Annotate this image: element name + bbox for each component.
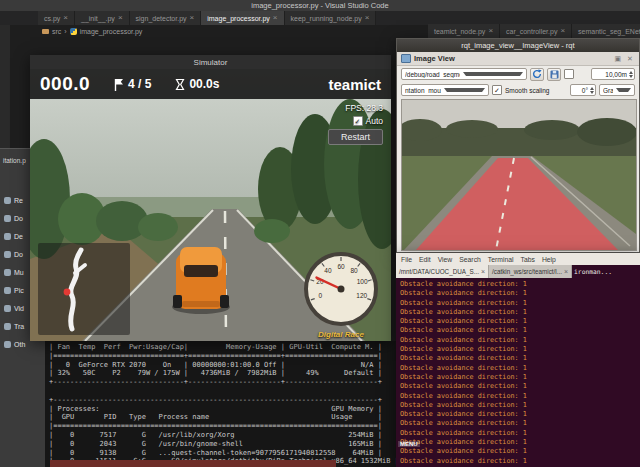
checkpoint-count: 4 / 5 [128,77,151,91]
terminal-line: Obstacle avoidance direction: 1 [400,308,640,317]
rotation-spinner[interactable]: 0° [570,84,596,96]
breadcrumb-file[interactable]: image_processor.py [80,28,143,35]
tab-car-controller-py[interactable]: car_controller.py × [500,24,572,38]
nvidia-smi-terminal[interactable]: | Fan Temp Perf Pwr:Usage/Cap| Memory-Us… [45,341,396,467]
tab-keep-running-node-py[interactable]: keep_running_node.py × [285,11,377,25]
tabbar-spacer [0,11,38,25]
close-icon[interactable]: × [118,14,123,22]
speedometer: 0 20 40 60 80 100 120 Digital Race [295,249,387,339]
terminal-line: +---------------------------------------… [49,396,396,405]
refresh-icon [532,69,542,79]
terminal-line: Obstacle avoidance direction: 1 [400,326,640,335]
max-depth-spinner[interactable]: 10,00m [591,68,635,80]
close-icon[interactable]: × [564,268,568,275]
color-scheme-select[interactable]: Gray [599,84,635,96]
rqt-titlebar[interactable]: rqt_image_view__ImageView - rqt [397,39,639,52]
vscode-right-tabbar: teamict_node.py × car_controller.py × se… [428,24,640,38]
terminal-tab-1[interactable]: /mnt/DATA/CUOC_DUA_S... × [396,265,489,278]
trees [254,219,290,243]
terminal-output[interactable]: Obstacle avoidance direction: 1Obstacle … [396,278,640,467]
gauge-tick-label: 80 [350,267,358,274]
terminal-menubar: FileEditViewSearchTerminalTabsHelp [396,253,640,265]
vscode-titlebar[interactable]: image_processor.py - Visual Studio Code [0,0,640,11]
terminal-line: Obstacle avoidance direction: 1 [400,373,640,382]
simulator-hud: 000.0 4 / 5 00.0s teamict [30,69,391,99]
score-value: 000.0 [40,73,90,95]
spinner-arrows-icon[interactable] [629,71,633,78]
breadcrumb[interactable]: src › image_processor.py [42,25,142,37]
terminal-tab-2[interactable]: /catkin_ws/src/teamict/l... × [489,265,572,278]
tab-label: teamict_node.py [434,28,485,35]
menu-item[interactable]: Search [459,256,481,263]
topic-select[interactable]: /debug/road_segmentation [401,68,527,80]
terminal-line: Obstacle avoidance direction: 1 [400,382,640,391]
breadcrumb-folder[interactable]: src [52,28,61,35]
save-image-button[interactable] [547,68,561,81]
terminal-line: |===============================+=======… [49,352,396,361]
mouse-topic-select[interactable]: ntation_mouse_left [401,84,489,96]
terminal-line: Obstacle avoidance direction: 1 [400,354,640,363]
terminal-line: Obstacle avoidance direction: 1 [400,410,640,419]
terminal-line: Obstacle avoidance direction: 1 [400,345,640,354]
menu-item[interactable]: Tabs [521,256,535,263]
tab-image-processor-py[interactable]: image_processor.py × [201,11,284,25]
terminal-line: +-------------------------------+-------… [49,378,396,387]
rqt-window-title: rqt_image_view__ImageView - rqt [461,41,574,50]
close-icon[interactable]: × [273,14,278,22]
dock-controls-icons[interactable]: ▣ ✕ [615,55,635,63]
simulator-title: Simulator [194,58,228,67]
chevron-down-icon [463,72,524,76]
simulator-titlebar[interactable]: Simulator [30,55,391,69]
menu-item[interactable]: File [401,256,412,263]
tab-cs-py[interactable]: cs.py × [38,11,75,25]
terminal-line: | 0 7517 G /usr/lib/xorg/Xorg 254MiB | [49,431,396,440]
menu-item[interactable]: Edit [419,256,431,263]
tab-label: semantic_seg_ENet.co... [578,28,640,35]
folder-icon [4,323,11,330]
car [172,247,230,314]
menu-item[interactable]: Help [542,256,556,263]
tab-teamict-node-py[interactable]: teamict_node.py × [428,24,500,38]
tab-semantic-seg-enet[interactable]: semantic_seg_ENet.co... × [572,24,640,38]
tab-label: __init__.py [81,15,115,22]
smooth-scaling-checkbox[interactable]: ✓ [492,85,502,95]
terminal-line: | 0 GeForce RTX 2070 On | 00000000:01:00… [49,361,396,370]
close-icon[interactable]: × [63,14,68,22]
hourglass-icon [175,78,185,91]
gauge-label: Digital Race [295,330,387,339]
rqt-toolbar-row2: ntation_mouse_left ✓ Smooth scaling 0° G… [397,82,639,98]
folder-icon [4,251,11,258]
simulator-controls: FPS: 28.3 ✓ Auto Restart [328,103,383,145]
gauge-tick-label: 100 [357,278,368,285]
terminal-prompt-fragment: ironman... [572,265,640,278]
tab-init-py[interactable]: __init__.py × [75,11,130,25]
tab-sign-detector-py[interactable]: sign_detector.py × [130,11,202,25]
position-marker [64,289,71,296]
close-icon[interactable]: × [481,268,485,275]
dynamic-range-checkbox[interactable] [564,69,574,79]
auto-checkbox[interactable]: ✓ [353,116,363,126]
rqt-toolbar-row1: /debug/road_segmentation 10,00m [397,66,639,82]
chevron-down-icon [616,88,632,92]
spinner-arrows-icon[interactable] [590,87,594,94]
menu-item[interactable]: Terminal [488,256,514,263]
terminal-line: Obstacle avoidance direction: 1 [400,401,640,410]
terminal-line: Obstacle avoidance direction: 1 [400,364,640,373]
close-icon[interactable]: × [365,14,370,22]
terminal-line: | 0 2043 G /usr/bin/gnome-shell 165MiB | [49,440,396,449]
refresh-button[interactable] [530,68,544,81]
segmentation-image[interactable] [401,99,637,251]
close-icon[interactable]: × [488,27,493,35]
time-value: 00.0s [189,77,219,91]
fps-value: FPS: 28.3 [345,103,383,113]
restart-button[interactable]: Restart [328,129,383,145]
rqt-panel-title: Image View [414,54,455,63]
gauge-tick-label: 120 [356,292,367,299]
close-icon[interactable]: × [190,14,195,22]
window-edge-fragment [50,460,336,467]
folder-icon [4,197,11,204]
terminal-line: |=======================================… [49,422,396,431]
menu-item[interactable]: View [438,256,453,263]
terminal-line: | Fan Temp Perf Pwr:Usage/Cap| Memory-Us… [49,343,396,352]
close-icon[interactable]: × [560,27,565,35]
